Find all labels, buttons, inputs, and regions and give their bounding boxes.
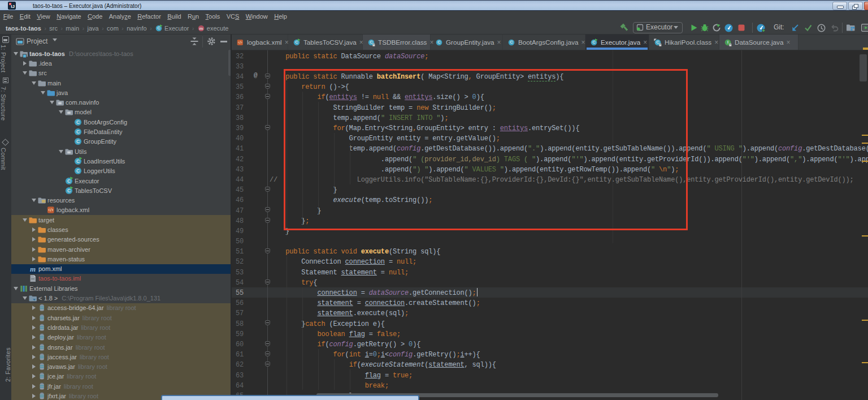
svg-text:C: C [76, 168, 80, 174]
svg-text:C: C [76, 129, 80, 135]
svg-text:C: C [67, 188, 71, 193]
svg-text:I: I [727, 40, 728, 45]
svg-text:C: C [67, 178, 71, 183]
svg-text:C: C [76, 158, 80, 164]
svg-text:C: C [76, 139, 80, 144]
svg-text:C: C [76, 119, 80, 125]
svg-text:C: C [510, 40, 513, 45]
svg-text:C: C [370, 40, 373, 45]
svg-text:C: C [437, 40, 441, 45]
svg-text:m: m [199, 26, 203, 31]
svg-text:m: m [30, 265, 36, 273]
svg-text:C: C [656, 40, 659, 45]
